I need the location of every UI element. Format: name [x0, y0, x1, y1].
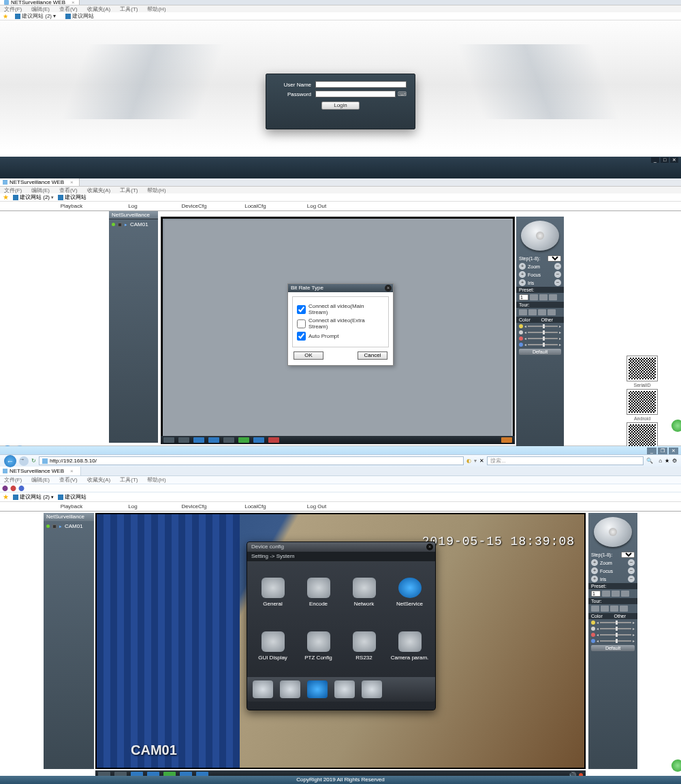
tour-grid[interactable] — [620, 606, 628, 612]
brightness-slider[interactable] — [600, 622, 631, 623]
refresh-icon[interactable]: ↻ — [31, 458, 36, 464]
slider-inc[interactable]: ▸ — [559, 336, 561, 341]
ok-button[interactable]: OK — [294, 351, 323, 360]
preset-add[interactable] — [602, 591, 610, 597]
record-icon[interactable] — [118, 223, 122, 227]
stop-all-icon[interactable] — [268, 437, 279, 443]
url-field[interactable]: http://192.168.5.10/ — [39, 456, 464, 465]
hue-slider[interactable] — [600, 640, 631, 642]
menu-favorites[interactable]: 收藏夹(A) — [87, 187, 111, 194]
tour-play[interactable] — [528, 309, 537, 315]
menu-edit[interactable]: 编辑(E) — [31, 5, 50, 13]
nav-log[interactable]: Log — [102, 502, 163, 511]
minimize-button[interactable]: _ — [651, 157, 659, 163]
restore-button[interactable]: ❐ — [658, 448, 667, 454]
talk-icon[interactable] — [253, 437, 264, 443]
focus-out[interactable]: − — [554, 271, 561, 278]
zoom-in[interactable]: + — [519, 263, 526, 270]
opt-extra-stream[interactable] — [297, 319, 306, 328]
nav-logout[interactable]: Log Out — [286, 502, 347, 511]
focus-in[interactable]: + — [519, 271, 526, 278]
other-tab[interactable]: Other — [614, 614, 635, 618]
browser-tab[interactable]: NETSurveillance WEB × — [0, 178, 80, 186]
preset-add[interactable] — [530, 294, 538, 300]
fullscreen-icon[interactable] — [163, 437, 174, 443]
slider-inc[interactable]: ▸ — [559, 330, 561, 334]
slider-inc[interactable]: ▸ — [559, 342, 561, 347]
zoom-out[interactable]: − — [628, 559, 635, 566]
forward-button[interactable]: → — [19, 456, 29, 466]
step-select[interactable]: 5 — [621, 552, 635, 558]
layout-9-icon[interactable] — [208, 437, 219, 443]
nav-logout[interactable]: Log Out — [286, 202, 347, 210]
saturation-slider[interactable] — [600, 634, 631, 636]
search-field[interactable]: 搜索... — [487, 456, 644, 465]
menu-help[interactable]: 帮助(H) — [147, 187, 165, 194]
close-icon[interactable]: × — [70, 468, 74, 474]
foot-record[interactable] — [253, 680, 273, 698]
assistant-icon[interactable] — [671, 759, 681, 772]
saturation-slider[interactable] — [528, 338, 558, 339]
places-item[interactable]: ⬤ — [10, 485, 16, 491]
slider-dec[interactable]: ◂ — [524, 336, 526, 341]
tour-grid[interactable] — [548, 309, 556, 315]
maximize-button[interactable]: □ — [661, 157, 669, 163]
minimize-button[interactable]: _ — [647, 448, 656, 454]
preset-del[interactable] — [539, 294, 548, 300]
cfg-camera[interactable]: Camera param. — [387, 619, 432, 673]
slider-inc[interactable]: ▸ — [559, 324, 561, 328]
volume-icon[interactable] — [501, 437, 512, 443]
snapshot-icon[interactable] — [223, 437, 234, 443]
slider-dec[interactable]: ◂ — [524, 324, 526, 328]
nav-localcfg[interactable]: LocalCfg — [225, 202, 286, 210]
nav-devicecfg[interactable]: DeviceCfg — [163, 202, 225, 210]
preset-num[interactable] — [591, 591, 601, 597]
password-input[interactable] — [315, 91, 396, 97]
default-button[interactable]: Default — [591, 645, 635, 651]
other-tab[interactable]: Other — [541, 317, 562, 322]
suggested-sites-1[interactable]: 建议网站 (2)▾ — [12, 12, 59, 20]
places-item[interactable]: ⬤ — [2, 485, 8, 491]
ptz-wheel[interactable] — [594, 517, 632, 547]
step-select[interactable]: 5 — [548, 255, 561, 262]
nav-playback[interactable]: Playback — [41, 502, 102, 511]
star-icon[interactable]: ★ — [665, 458, 669, 464]
tour-play[interactable] — [601, 606, 609, 612]
menu-file[interactable]: 文件(F) — [4, 5, 22, 13]
compat-icon[interactable]: ◐ — [466, 458, 471, 464]
back-button[interactable]: ← — [4, 455, 16, 467]
layout-4-icon[interactable] — [193, 437, 204, 443]
menu-favorites[interactable]: 收藏夹(A) — [87, 5, 111, 13]
nav-log[interactable]: Log — [102, 202, 163, 210]
cfg-ptz[interactable]: PTZ Config — [296, 619, 341, 673]
tour-prev[interactable] — [591, 606, 599, 612]
suggested-sites-2[interactable]: 建议网站 — [58, 493, 86, 501]
focus-in[interactable]: + — [591, 567, 598, 574]
preset-num[interactable] — [519, 294, 528, 300]
nav-localcfg[interactable]: LocalCfg — [225, 502, 286, 511]
iris-out[interactable]: − — [628, 576, 635, 582]
focus-out[interactable]: − — [628, 567, 635, 574]
tour-next[interactable] — [538, 309, 546, 315]
preset-goto[interactable] — [621, 591, 629, 597]
dialog-close[interactable]: × — [426, 544, 433, 550]
cancel-button[interactable]: Cancel — [358, 351, 387, 360]
contrast-slider[interactable] — [528, 332, 558, 333]
slider-dec[interactable]: ◂ — [524, 342, 526, 347]
iris-out[interactable]: − — [554, 279, 561, 286]
menu-tools[interactable]: 工具(T) — [120, 476, 138, 484]
home-icon[interactable]: ⌂ — [659, 458, 662, 464]
menu-tools[interactable]: 工具(T) — [120, 187, 138, 194]
menu-view[interactable]: 查看(V) — [59, 5, 78, 13]
suggested-sites-2[interactable]: 建议网站 — [58, 193, 86, 201]
dialog-close[interactable]: × — [385, 285, 392, 292]
camera-item[interactable]: ▸ CAM01 — [109, 219, 158, 230]
default-button[interactable]: Default — [519, 349, 561, 355]
camera-item[interactable]: ▸ CAM01 — [44, 521, 94, 531]
suggested-sites-1[interactable]: 建议网站 (2)▾ — [13, 493, 54, 501]
cfg-network[interactable]: Network — [341, 565, 387, 619]
menu-favorites[interactable]: 收藏夹(A) — [87, 476, 111, 484]
menu-edit[interactable]: 编辑(E) — [31, 187, 50, 194]
opt-main-stream[interactable] — [297, 305, 306, 314]
login-button[interactable]: Login — [321, 101, 360, 110]
